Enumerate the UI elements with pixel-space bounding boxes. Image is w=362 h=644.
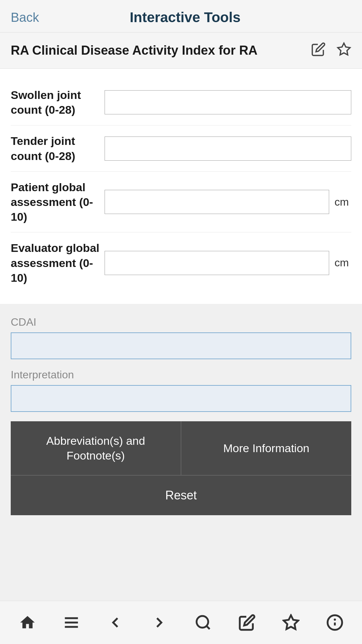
star-nav-button[interactable]	[278, 609, 304, 636]
evaluator-global-input[interactable]	[105, 251, 329, 275]
svg-marker-0	[338, 43, 350, 55]
svg-line-5	[206, 626, 209, 629]
form-row-evaluator-global: Evaluator global assessment (0-10) cm	[11, 232, 351, 293]
result-section: CDAI Interpretation Abbreviation(s) and …	[0, 304, 362, 523]
svg-point-4	[196, 616, 208, 628]
tool-header: RA Clinical Disease Activity Index for R…	[0, 33, 362, 69]
list-nav-button[interactable]	[58, 609, 85, 636]
forward-nav-button[interactable]	[146, 609, 173, 636]
evaluator-global-input-wrap: cm	[105, 251, 351, 275]
swollen-joint-label: Swollen joint count (0-28)	[11, 88, 105, 117]
top-bar: Back Interactive Tools	[0, 0, 362, 33]
evaluator-global-unit: cm	[335, 257, 351, 269]
reset-button[interactable]: Reset	[11, 475, 351, 515]
tool-header-icons	[311, 42, 351, 59]
tool-title: RA Clinical Disease Activity Index for R…	[11, 43, 311, 58]
cdai-result-input	[11, 332, 351, 359]
patient-global-input[interactable]	[105, 190, 329, 214]
bottom-nav	[0, 601, 362, 644]
edit-nav-button[interactable]	[234, 609, 260, 636]
back-nav-button[interactable]	[102, 609, 129, 636]
form-row-tender: Tender joint count (0-28)	[11, 125, 351, 171]
tender-joint-label: Tender joint count (0-28)	[11, 133, 105, 163]
interpretation-label: Interpretation	[11, 369, 351, 381]
tender-joint-input-wrap	[105, 137, 351, 161]
patient-global-label: Patient global assessment (0-10)	[11, 180, 105, 224]
interpretation-result-input	[11, 385, 351, 412]
evaluator-global-label: Evaluator global assessment (0-10)	[11, 240, 105, 285]
more-info-button[interactable]: More Information	[181, 421, 351, 475]
svg-marker-6	[284, 615, 298, 629]
edit-tool-button[interactable]	[311, 42, 326, 59]
form-section: Swollen joint count (0-28) Tender joint …	[0, 69, 362, 304]
home-nav-button[interactable]	[14, 609, 41, 636]
patient-global-unit: cm	[335, 196, 351, 208]
search-nav-button[interactable]	[190, 609, 217, 636]
action-buttons-row: Abbreviation(s) and Footnote(s) More Inf…	[11, 421, 351, 475]
info-nav-button[interactable]	[321, 609, 348, 636]
patient-global-input-wrap: cm	[105, 190, 351, 214]
swollen-joint-input[interactable]	[105, 90, 351, 114]
favorite-tool-button[interactable]	[337, 42, 351, 59]
page-title: Interactive Tools	[19, 9, 351, 25]
abbreviations-button[interactable]: Abbreviation(s) and Footnote(s)	[11, 421, 181, 475]
tender-joint-input[interactable]	[105, 137, 351, 161]
swollen-joint-input-wrap	[105, 90, 351, 114]
cdai-label: CDAI	[11, 316, 351, 328]
form-row-swollen: Swollen joint count (0-28)	[11, 79, 351, 125]
form-row-patient-global: Patient global assessment (0-10) cm	[11, 172, 351, 233]
